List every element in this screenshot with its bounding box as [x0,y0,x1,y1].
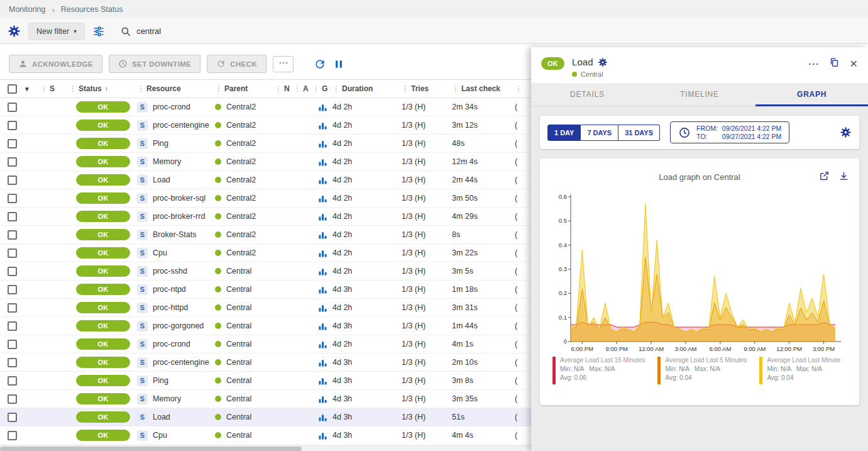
parent-name[interactable]: Central2 [226,139,256,148]
resource-name[interactable]: proc-centengine [153,358,209,367]
row-checkbox[interactable] [8,121,17,130]
selection-menu-caret-icon[interactable]: ▾ [25,85,40,93]
row-checkbox[interactable] [8,157,17,167]
graph-icon[interactable] [318,303,327,313]
parent-name[interactable]: Central2 [226,157,256,166]
row-checkbox[interactable] [8,394,17,404]
more-actions-button[interactable]: ⋯ [273,56,294,72]
row-checkbox[interactable] [8,139,17,148]
resource-name[interactable]: Memory [153,394,181,403]
graph-icon[interactable] [318,340,327,349]
new-filter-dropdown[interactable]: New filter ▾ [28,23,85,40]
graph-icon[interactable] [318,394,327,404]
resource-name[interactable]: proc-crond [153,103,190,111]
parent-name[interactable]: Central [226,303,251,312]
legend-item[interactable]: Average Load Last Minute Min: N/AMax: N/… [759,357,840,384]
resource-name[interactable]: proc-broker-rrd [153,212,205,221]
resource-name[interactable]: Broker-Stats [153,230,196,239]
open-in-new-icon[interactable] [819,170,830,181]
row-checkbox[interactable] [8,267,17,276]
parent-name[interactable]: Central2 [226,103,256,111]
resource-name[interactable]: Load [153,175,170,184]
parent-name[interactable]: Central [226,340,251,348]
resource-name[interactable]: proc-sshd [153,267,187,276]
resource-name[interactable]: proc-crond [153,340,190,348]
parent-name[interactable]: Central2 [226,121,256,130]
filter-settings-gear-icon[interactable] [8,25,21,38]
row-checkbox[interactable] [8,376,17,386]
resource-name[interactable]: Memory [153,157,181,166]
column-header-tries[interactable]: ⋮Tries [402,84,452,93]
resource-name[interactable]: Cpu [153,248,167,257]
panel-more-icon[interactable]: ⋯ [808,61,819,67]
resource-name[interactable]: Ping [153,139,168,148]
load-chart[interactable]: 00.10.20.30.40.50.66:00 PM9:00 PM12:00 A… [552,192,847,354]
legend-item[interactable]: Average Load Last 15 Minutes Min: N/AMax… [552,357,645,384]
acknowledge-button[interactable]: ACKNOWLEDGE [9,55,102,73]
copy-link-icon[interactable] [829,57,840,70]
resource-settings-gear-icon[interactable] [598,56,608,67]
parent-name[interactable]: Central [226,431,251,440]
graph-icon[interactable] [318,175,327,185]
row-checkbox[interactable] [8,175,17,185]
parent-name[interactable]: Central2 [226,194,256,203]
graph-settings-gear-icon[interactable] [840,126,852,138]
parent-name[interactable]: Central2 [226,230,256,239]
parent-name[interactable]: Central [226,285,251,294]
graph-icon[interactable] [318,230,327,240]
row-checkbox[interactable] [8,230,17,240]
column-header-severity[interactable]: ⋮S [40,84,69,93]
row-checkbox[interactable] [8,358,17,367]
graph-icon[interactable] [318,321,327,331]
resource-name[interactable]: proc-broker-sql [153,194,206,203]
parent-name[interactable]: Central2 [226,175,256,184]
row-checkbox[interactable] [8,248,17,258]
row-checkbox[interactable] [8,340,17,349]
refresh-button[interactable] [314,58,326,70]
graph-icon[interactable] [318,267,327,276]
row-checkbox[interactable] [8,103,17,112]
parent-name[interactable]: Central [226,376,251,385]
tab-graph[interactable]: GRAPH [755,83,868,106]
row-checkbox[interactable] [8,194,17,203]
range-7-days-button[interactable]: 7 DAYS [581,125,618,141]
download-icon[interactable] [838,170,849,181]
resource-name[interactable]: Load [153,413,170,421]
graph-icon[interactable] [318,121,327,130]
graph-icon[interactable] [318,358,327,367]
row-checkbox[interactable] [8,212,17,221]
resource-name[interactable]: proc-ntpd [153,285,186,294]
row-checkbox[interactable] [8,431,17,440]
resource-name[interactable]: Cpu [153,431,167,440]
scrollbar-thumb[interactable] [0,447,302,451]
resource-name[interactable]: proc-gorgoned [153,321,204,330]
parent-name[interactable]: Central [226,413,251,421]
resource-name[interactable]: proc-centengine [153,121,209,130]
parent-name[interactable]: Central [226,267,251,276]
breadcrumb-monitoring[interactable]: Monitoring [9,5,45,14]
check-button[interactable]: CHECK [207,55,266,73]
set-downtime-button[interactable]: SET DOWNTIME [109,55,201,73]
graph-icon[interactable] [318,157,327,167]
pause-autorefresh-button[interactable] [332,58,345,70]
row-checkbox[interactable] [8,303,17,313]
column-header-last-check[interactable]: ⋮Last check [452,84,515,93]
graph-icon[interactable] [318,212,327,221]
column-header-notes[interactable]: ⋮N [275,84,294,93]
graph-icon[interactable] [318,139,327,148]
graph-icon[interactable] [318,431,327,440]
graph-icon[interactable] [318,248,327,258]
date-range-picker[interactable]: FROM: 09/26/2021 4:22 PM TO: 09/27/2021 … [670,121,789,143]
tab-timeline[interactable]: TIMELINE [644,83,756,106]
parent-name[interactable]: Central [226,321,251,330]
graph-icon[interactable] [318,285,327,294]
graph-icon[interactable] [318,194,327,203]
parent-name[interactable]: Central [226,358,251,367]
close-icon[interactable]: ✕ [850,58,858,70]
column-header-status[interactable]: ⋮Status↑ [69,84,137,93]
parent-name[interactable]: Central2 [226,212,256,221]
row-checkbox[interactable] [8,285,17,294]
search-input[interactable] [136,26,325,36]
row-checkbox[interactable] [8,321,17,331]
graph-icon[interactable] [318,103,327,112]
